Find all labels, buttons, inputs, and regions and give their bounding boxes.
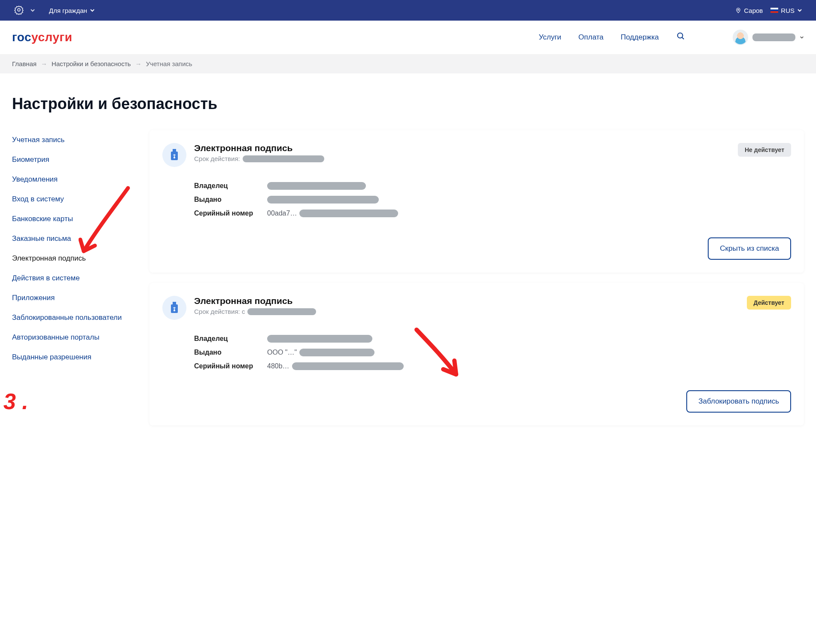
breadcrumb: Главная → Настройки и безопасность → Уче…	[0, 54, 816, 73]
block-signature-button[interactable]: Заблокировать подпись	[686, 390, 791, 413]
card-title: Электронная подпись	[194, 143, 730, 153]
serial-label: Серийный номер	[194, 210, 267, 217]
issued-value: ООО "…"	[267, 349, 297, 356]
owner-value-redacted	[267, 182, 366, 190]
language-selector[interactable]: RUS	[770, 7, 802, 14]
audience-selector[interactable]: Для граждан	[49, 7, 95, 14]
location-selector[interactable]: Саров	[735, 7, 763, 14]
breadcrumb-home[interactable]: Главная	[12, 60, 37, 67]
settings-sidebar: Учетная запись Биометрия Уведомления Вхо…	[12, 130, 137, 436]
location-pin-icon	[735, 7, 741, 13]
svg-point-8	[174, 310, 175, 311]
owner-label: Владелец	[194, 335, 267, 343]
sidebar-item-apps[interactable]: Приложения	[12, 288, 137, 308]
svg-rect-3	[173, 149, 176, 152]
sidebar-item-activity[interactable]: Действия в системе	[12, 268, 137, 288]
expiry-value-redacted	[243, 155, 324, 162]
avatar	[733, 30, 748, 45]
state-emblem-icon	[14, 5, 27, 16]
status-badge-inactive: Не действует	[738, 143, 791, 157]
owner-label: Владелец	[194, 182, 267, 190]
serial-value: 480b…	[267, 362, 289, 370]
nav-support[interactable]: Поддержка	[621, 33, 659, 42]
svg-point-2	[678, 33, 683, 38]
breadcrumb-current: Учетная запись	[146, 60, 192, 67]
user-name-redacted	[752, 33, 795, 41]
sidebar-item-esignature[interactable]: Электронная подпись	[12, 249, 137, 268]
svg-point-1	[738, 9, 739, 10]
serial-redacted	[292, 362, 404, 370]
sidebar-item-letters[interactable]: Заказные письма	[12, 229, 137, 249]
chevron-down-icon[interactable]	[30, 7, 35, 14]
sidebar-item-cards[interactable]: Банковские карты	[12, 209, 137, 229]
issued-label: Выдано	[194, 196, 267, 204]
sidebar-item-portals[interactable]: Авторизованные порталы	[12, 328, 137, 347]
issued-value-redacted	[267, 196, 379, 204]
issued-label: Выдано	[194, 349, 267, 356]
sidebar-item-account[interactable]: Учетная запись	[12, 130, 137, 150]
flag-ru-icon	[770, 8, 778, 13]
expiry-value-redacted	[247, 308, 316, 315]
signature-card: Электронная подпись Срок действия: Не де…	[149, 130, 804, 273]
hide-from-list-button[interactable]: Скрыть из списка	[708, 237, 791, 260]
lang-label: RUS	[781, 7, 795, 14]
svg-point-5	[174, 157, 175, 158]
svg-point-0	[18, 9, 20, 11]
svg-rect-6	[173, 302, 176, 304]
search-icon[interactable]	[676, 31, 685, 43]
audience-label: Для граждан	[49, 7, 87, 14]
nav-services[interactable]: Услуги	[539, 33, 561, 42]
serial-redacted	[299, 210, 398, 217]
serial-value: 00ada7…	[267, 210, 297, 217]
status-badge-active: Действует	[747, 296, 792, 310]
expiry-label: Срок действия: с	[194, 308, 245, 315]
usb-key-icon	[162, 296, 186, 320]
sidebar-item-blocked-users[interactable]: Заблокированные пользователи	[12, 308, 137, 328]
sidebar-item-notifications[interactable]: Уведомления	[12, 170, 137, 189]
nav-payment[interactable]: Оплата	[579, 33, 603, 42]
serial-label: Серийный номер	[194, 362, 267, 370]
issued-value-redacted	[299, 349, 375, 356]
user-menu[interactable]	[733, 30, 804, 45]
chevron-down-icon	[800, 35, 804, 39]
site-logo[interactable]: госуслуги	[12, 30, 72, 44]
page-title: Настройки и безопасность	[12, 95, 804, 113]
expiry-label: Срок действия:	[194, 155, 240, 162]
sidebar-item-permissions[interactable]: Выданные разрешения	[12, 347, 137, 367]
city-label: Саров	[744, 7, 763, 14]
signature-card: Электронная подпись Срок действия: с Дей…	[149, 283, 804, 425]
owner-value-redacted	[267, 335, 372, 343]
card-title: Электронная подпись	[194, 296, 739, 306]
breadcrumb-settings[interactable]: Настройки и безопасность	[52, 60, 131, 67]
usb-key-icon	[162, 143, 186, 167]
sidebar-item-biometrics[interactable]: Биометрия	[12, 150, 137, 170]
sidebar-item-login[interactable]: Вход в систему	[12, 189, 137, 209]
